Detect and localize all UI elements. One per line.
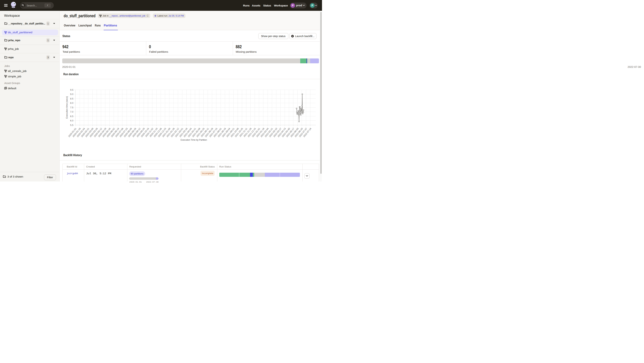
svg-text:Execution Time by Partition: Execution Time by Partition	[180, 138, 207, 141]
svg-text:5.5: 5.5	[70, 124, 74, 126]
svg-text:6.5: 6.5	[70, 115, 74, 118]
svg-text:8.0: 8.0	[70, 102, 74, 104]
svg-text:8.5: 8.5	[70, 97, 74, 100]
svg-text:9.0: 9.0	[70, 93, 74, 96]
svg-text:9.5: 9.5	[70, 88, 74, 91]
svg-text:Execution time (secs): Execution time (secs)	[66, 96, 68, 118]
svg-text:7.0: 7.0	[70, 110, 74, 113]
svg-text:6.0: 6.0	[70, 119, 74, 122]
svg-text:7.5: 7.5	[70, 106, 74, 109]
